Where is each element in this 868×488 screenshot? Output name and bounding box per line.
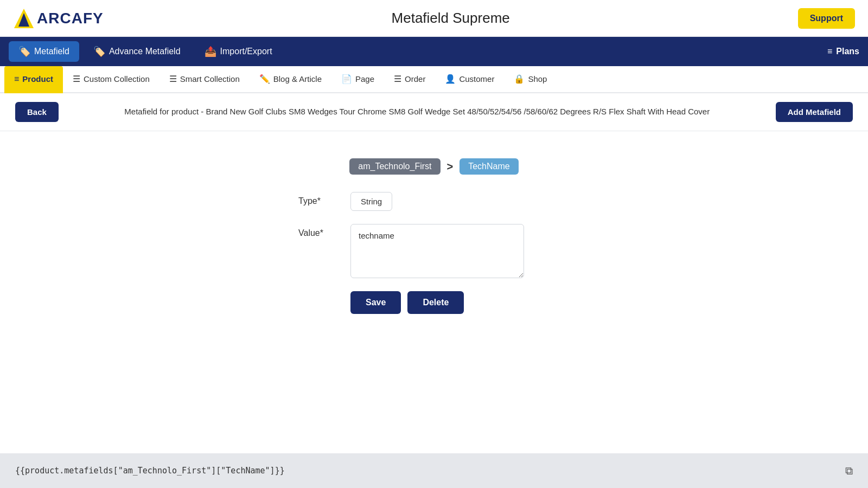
- save-button[interactable]: Save: [350, 291, 401, 314]
- add-metafield-button[interactable]: Add Metafield: [776, 102, 853, 122]
- action-bar: Back Metafield for product - Brand New G…: [0, 93, 868, 131]
- type-value: String: [350, 192, 392, 211]
- tab-blog-article-icon: ✏️: [259, 74, 270, 84]
- tab-page[interactable]: 📄 Page: [331, 66, 384, 93]
- header: ARCAFY Metafield Supreme Support: [0, 0, 868, 37]
- path-key: TechName: [459, 158, 518, 175]
- tab-customer-label: Customer: [459, 74, 494, 84]
- path-arrow: >: [447, 160, 454, 173]
- nav-left: 🏷️ Metafield 🏷️ Advance Metafield 📤 Impo…: [9, 41, 282, 62]
- support-button[interactable]: Support: [798, 8, 855, 29]
- tab-order-label: Order: [405, 74, 425, 84]
- action-bar-title: Metafield for product - Brand New Golf C…: [59, 106, 776, 118]
- nav-item-advance-metafield-label: Advance Metafield: [109, 47, 181, 56]
- tab-order[interactable]: ☰ Order: [384, 66, 435, 93]
- advance-metafield-nav-icon: 🏷️: [93, 46, 105, 57]
- nav-item-import-export-label: Import/Export: [220, 47, 272, 56]
- logo-text: ARCAFY: [37, 10, 104, 27]
- logo: ARCAFY: [13, 8, 104, 29]
- type-label: Type*: [298, 192, 342, 206]
- tab-page-label: Page: [355, 74, 374, 84]
- tab-product-label: Product: [22, 74, 53, 84]
- main-content: am_Technolo_First > TechName Type* Strin…: [0, 131, 868, 330]
- tab-shop[interactable]: 🔒 Shop: [504, 66, 557, 93]
- value-row: Value* techname: [298, 224, 570, 278]
- type-row: Type* String: [298, 192, 570, 211]
- nav-item-advance-metafield[interactable]: 🏷️ Advance Metafield: [84, 41, 190, 62]
- tab-blog-article-label: Blog & Article: [273, 74, 322, 84]
- logo-icon: [13, 8, 35, 29]
- tab-custom-collection-label: Custom Collection: [84, 74, 150, 84]
- import-export-nav-icon: 📤: [205, 46, 216, 57]
- delete-button[interactable]: Delete: [407, 291, 464, 314]
- tab-customer-icon: 👤: [445, 74, 456, 84]
- tab-smart-collection[interactable]: ☰ Smart Collection: [159, 66, 250, 93]
- form-section: Type* String Value* techname Save Delete: [298, 192, 570, 314]
- value-textarea[interactable]: techname: [350, 224, 524, 278]
- tab-smart-collection-icon: ☰: [169, 74, 177, 84]
- tab-shop-label: Shop: [528, 74, 547, 84]
- tab-blog-article[interactable]: ✏️ Blog & Article: [250, 66, 331, 93]
- metafield-nav-icon: 🏷️: [18, 46, 30, 57]
- nav-item-metafield[interactable]: 🏷️ Metafield: [9, 41, 79, 62]
- value-label: Value*: [298, 224, 342, 238]
- form-actions: Save Delete: [298, 291, 570, 314]
- tab-product-icon: ≡: [14, 74, 19, 84]
- page-title: Metafield Supreme: [392, 10, 510, 27]
- nav-bar: 🏷️ Metafield 🏷️ Advance Metafield 📤 Impo…: [0, 37, 868, 66]
- nav-plans[interactable]: ≡ Plans: [827, 47, 859, 56]
- nav-item-metafield-label: Metafield: [34, 47, 69, 56]
- tab-page-icon: 📄: [341, 74, 352, 84]
- nav-item-import-export[interactable]: 📤 Import/Export: [195, 41, 282, 62]
- path-namespace: am_Technolo_First: [349, 158, 440, 175]
- tab-bar: ≡ Product ☰ Custom Collection ☰ Smart Co…: [0, 66, 868, 93]
- plans-label: Plans: [836, 47, 859, 56]
- tab-shop-icon: 🔒: [514, 74, 525, 84]
- tab-product[interactable]: ≡ Product: [4, 66, 63, 93]
- tab-smart-collection-label: Smart Collection: [180, 74, 240, 84]
- back-button[interactable]: Back: [15, 102, 59, 122]
- metafield-path: am_Technolo_First > TechName: [349, 158, 518, 175]
- tab-customer[interactable]: 👤 Customer: [435, 66, 504, 93]
- plans-icon: ≡: [827, 47, 832, 56]
- tab-custom-collection-icon: ☰: [73, 74, 80, 84]
- tab-custom-collection[interactable]: ☰ Custom Collection: [63, 66, 159, 93]
- tab-order-icon: ☰: [394, 74, 401, 84]
